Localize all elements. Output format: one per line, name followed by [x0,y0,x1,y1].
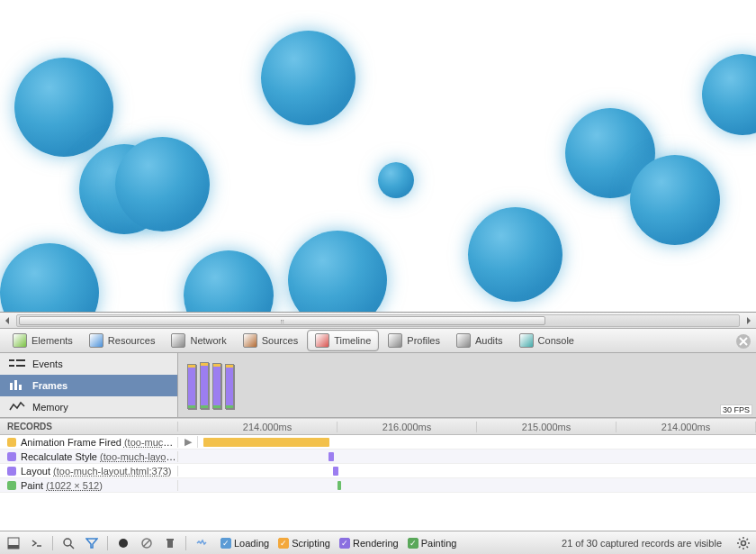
view-events[interactable]: Events [0,353,177,375]
memory-icon [9,401,25,413]
svg-rect-8 [8,545,19,549]
tab-label: Audits [475,335,503,346]
settings-gear-icon[interactable] [736,536,751,550]
record-color-chip [7,438,16,447]
dock-icon[interactable] [5,535,22,551]
svg-rect-0 [9,359,14,361]
svg-point-10 [64,539,71,546]
console-icon [519,333,534,348]
console-toggle-icon[interactable] [29,535,45,551]
timeline-icon [315,333,329,348]
tab-label: Profiles [407,335,440,346]
events-icon [9,358,25,370]
clear-icon[interactable] [139,535,155,551]
record-bar [328,452,334,461]
bubble [184,250,274,312]
view-frames[interactable]: Frames [0,375,177,396]
record-row[interactable]: Animation Frame Fired (too-much-...▶ [0,435,756,450]
horizontal-scrollbar[interactable]: ⠿ [0,312,756,328]
svg-line-14 [143,540,150,547]
records-panel: RECORDS 214.000ms216.000ms215.000ms214.0… [0,418,756,493]
record-bar-area [198,450,756,463]
record-row[interactable]: Layout (too-much-layout.html:373) [0,464,756,478]
svg-rect-3 [16,365,25,367]
tab-sources[interactable]: Sources [236,331,305,350]
legend-item-loading[interactable]: ✓Loading [220,538,269,549]
tab-label: Sources [262,335,298,346]
tab-audits[interactable]: Audits [449,331,510,350]
bubble [468,207,562,302]
view-memory[interactable]: Memory [0,396,177,418]
legend-label: Scripting [292,538,330,549]
record-color-chip [7,467,16,476]
scroll-thumb[interactable]: ⠿ [19,316,545,325]
tab-elements[interactable]: Elements [5,331,80,350]
tab-label: Timeline [334,335,371,346]
record-name: Layout (too-much-layout.html:373) [21,466,172,477]
frames-bars [187,359,234,409]
legend-item-rendering[interactable]: ✓Rendering [339,538,399,549]
svg-rect-1 [16,359,25,361]
scroll-track[interactable]: ⠿ [16,314,740,327]
svg-rect-6 [19,385,22,390]
checkbox-icon: ✓ [339,538,350,549]
legend-label: Loading [234,538,269,549]
bottom-toolbar: ✓Loading✓Scripting✓Rendering✓Painting 21… [0,531,756,554]
fps-label: 30 FPS [720,404,752,415]
resources-icon [89,333,104,348]
tab-timeline[interactable]: Timeline [307,330,379,351]
checkbox-icon: ✓ [220,538,231,549]
scroll-left-arrow-icon[interactable] [0,313,14,328]
bubble [378,162,414,198]
svg-point-12 [119,539,128,548]
close-devtools-icon[interactable] [736,334,751,349]
record-name: Recalculate Style (too-much-layou... [21,451,177,462]
view-events-label: Events [32,359,63,369]
svg-rect-5 [14,380,17,390]
glue-icon[interactable] [194,535,210,551]
record-name: Animation Frame Fired (too-much-... [21,437,177,448]
bubble [14,58,113,157]
legend-item-scripting[interactable]: ✓Scripting [278,538,330,549]
record-bar [203,438,329,447]
tab-network[interactable]: Network [164,331,233,350]
audits-icon [456,333,471,348]
record-row[interactable]: Recalculate Style (too-much-layou... [0,450,756,464]
time-header: 216.000ms [338,422,477,432]
elements-icon [13,333,27,348]
svg-rect-4 [10,383,13,390]
filter-icon[interactable] [84,535,100,551]
search-icon[interactable] [60,535,76,551]
view-frames-label: Frames [32,380,68,391]
record-name: Paint (1022 × 512) [21,480,103,491]
record-row[interactable]: Paint (1022 × 512) [0,478,756,493]
tab-label: Network [190,335,226,346]
time-header: 214.000ms [198,422,338,432]
record-bar-area [198,464,756,477]
scroll-right-arrow-icon[interactable] [742,313,756,328]
legend-item-painting[interactable]: ✓Painting [408,538,457,549]
time-header: 215.000ms [477,422,616,432]
status-text: 21 of 30 captured records are visible [562,538,722,549]
tab-label: Console [538,335,574,346]
bubble [261,31,356,125]
garbage-icon[interactable] [162,535,178,551]
bubble [0,243,99,312]
tab-profiles[interactable]: Profiles [381,331,447,350]
bubble [288,231,387,312]
tab-resources[interactable]: Resources [82,331,163,350]
checkbox-icon: ✓ [278,538,289,549]
svg-point-17 [742,540,746,545]
view-memory-label: Memory [32,402,68,413]
record-bar [338,481,341,490]
record-icon[interactable] [115,535,131,551]
tab-label: Resources [108,335,156,346]
frames-overview[interactable]: 30 FPS [178,353,756,417]
record-bar-area [198,478,756,492]
bubble [702,54,756,135]
network-icon [171,333,185,348]
checkbox-icon: ✓ [408,538,418,549]
expand-icon[interactable]: ▶ [178,436,198,448]
tab-console[interactable]: Console [512,331,581,350]
page-viewport [0,0,756,312]
